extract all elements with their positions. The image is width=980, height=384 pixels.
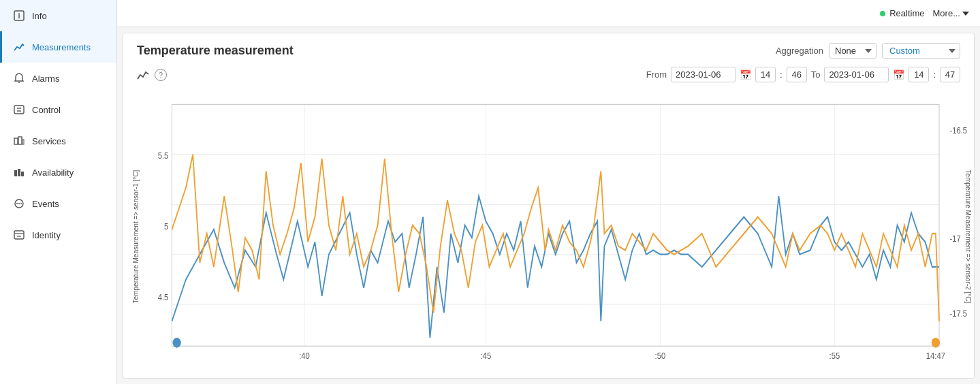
from-label: From xyxy=(646,69,667,80)
help-icon[interactable]: ? xyxy=(155,69,167,81)
sidebar-item-control[interactable]: Control xyxy=(0,94,116,125)
sidebar-item-label: Services xyxy=(32,136,66,146)
svg-text:-17: -17 xyxy=(949,234,960,244)
svg-text:5.5: 5.5 xyxy=(158,150,169,161)
identity-icon xyxy=(13,229,25,241)
chart-container: 5.5 5 4.5 -16.5 -17 -17.5 :40 :45 :50 :5… xyxy=(123,88,974,378)
svg-text:-17.5: -17.5 xyxy=(949,309,967,319)
to-min-input[interactable] xyxy=(940,67,960,82)
sidebar-item-label: Events xyxy=(32,199,59,209)
sidebar-item-availability[interactable]: Availability xyxy=(0,157,116,188)
page-title: Temperature measurement xyxy=(137,44,294,58)
svg-rect-16 xyxy=(14,231,24,239)
time-separator-2: : xyxy=(933,69,936,80)
bell-icon xyxy=(13,72,25,84)
control-icon xyxy=(13,103,25,116)
svg-text::45: :45 xyxy=(480,351,491,361)
to-date-input[interactable] xyxy=(824,67,889,82)
to-label: To xyxy=(811,69,821,80)
content-panel: Temperature measurement Aggregation None… xyxy=(123,33,975,379)
temperature-chart: 5.5 5 4.5 -16.5 -17 -17.5 :40 :45 :50 :5… xyxy=(130,88,967,371)
line-chart-button[interactable] xyxy=(137,69,149,81)
availability-icon xyxy=(13,166,25,178)
svg-text::40: :40 xyxy=(299,351,310,361)
sidebar-item-label: Availability xyxy=(32,167,74,178)
aggregation-select[interactable]: None Min Max Avg xyxy=(829,43,876,59)
realtime-label: Realtime xyxy=(889,8,924,18)
topbar: Realtime More... xyxy=(117,0,980,27)
svg-rect-7 xyxy=(18,137,22,144)
realtime-dot xyxy=(880,11,885,16)
svg-text:4.5: 4.5 xyxy=(158,292,169,302)
svg-rect-6 xyxy=(14,138,18,144)
to-hour-input[interactable] xyxy=(908,67,929,82)
date-range-row: From 📅 : To 📅 : xyxy=(646,67,960,82)
svg-rect-9 xyxy=(14,170,17,176)
to-calendar-icon[interactable]: 📅 xyxy=(893,69,904,80)
aggregation-row: Aggregation None Min Max Avg Custom Last… xyxy=(776,43,960,59)
sidebar-item-label: Identity xyxy=(32,230,61,240)
svg-text::50: :50 xyxy=(655,351,666,361)
content-header: Temperature measurement Aggregation None… xyxy=(123,33,974,64)
svg-text:-16.5: -16.5 xyxy=(949,125,967,135)
sidebar-item-alarms[interactable]: Alarms xyxy=(0,63,116,94)
realtime-status: Realtime xyxy=(880,8,924,18)
services-icon xyxy=(13,135,25,147)
more-button[interactable]: More... xyxy=(933,8,969,18)
svg-rect-8 xyxy=(22,140,24,144)
sidebar-item-label: Control xyxy=(32,105,61,115)
from-calendar-icon[interactable]: 📅 xyxy=(740,69,751,80)
svg-text:14:47: 14:47 xyxy=(926,351,945,361)
sidebar-item-label: Info xyxy=(32,11,47,21)
svg-rect-40 xyxy=(172,104,939,346)
toolbar-left: ? xyxy=(137,69,167,81)
svg-point-15 xyxy=(20,203,22,204)
sidebar-item-services[interactable]: Services xyxy=(0,125,116,157)
svg-point-42 xyxy=(932,338,940,348)
sidebar-item-label: Alarms xyxy=(32,74,59,84)
info-icon: i xyxy=(13,10,25,22)
svg-point-14 xyxy=(18,203,20,204)
chart-icon xyxy=(13,41,25,53)
from-min-input[interactable] xyxy=(787,67,807,82)
svg-text:5: 5 xyxy=(164,221,168,231)
from-hour-input[interactable] xyxy=(755,67,776,82)
svg-point-13 xyxy=(16,203,18,204)
svg-text::55: :55 xyxy=(829,351,840,361)
svg-rect-3 xyxy=(14,106,24,114)
sidebar-item-label: Measurements xyxy=(32,42,91,52)
sidebar-item-identity[interactable]: Identity xyxy=(0,219,116,251)
aggregation-label: Aggregation xyxy=(776,46,823,56)
svg-rect-11 xyxy=(21,172,24,176)
svg-text:i: i xyxy=(18,12,20,20)
from-date-input[interactable] xyxy=(671,67,736,82)
custom-select[interactable]: Custom Last 1 hour Last 24 hours Last 7 … xyxy=(882,43,960,59)
svg-point-41 xyxy=(172,338,180,348)
main-content: Realtime More... Temperature measurement… xyxy=(117,0,980,384)
time-separator-1: : xyxy=(780,69,783,80)
more-label: More... xyxy=(933,8,960,18)
sidebar-item-info[interactable]: i Info xyxy=(0,0,116,31)
svg-rect-10 xyxy=(18,169,20,176)
sidebar-item-measurements[interactable]: Measurements xyxy=(0,31,116,63)
sidebar: i Info Measurements Alarms Control Servi… xyxy=(0,0,117,384)
sidebar-item-events[interactable]: Events xyxy=(0,188,116,219)
toolbar-row: ? From 📅 : To 📅 : xyxy=(123,64,974,88)
events-icon xyxy=(13,197,25,210)
